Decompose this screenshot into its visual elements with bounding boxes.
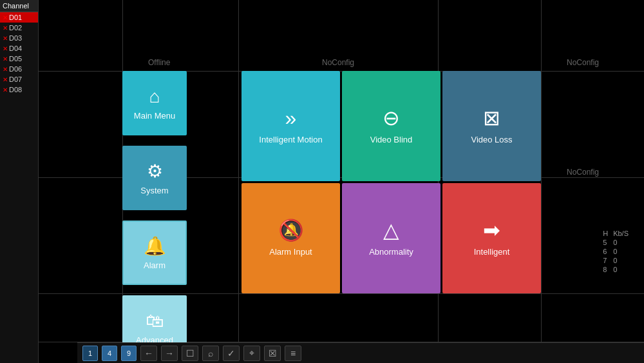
channel-list: ✕D01✕D02✕D03✕D04✕D05✕D06✕D07✕D08 — [0, 12, 38, 95]
bell-down-icon: 🔕 — [278, 220, 304, 240]
stats-ch6: 6 — [600, 247, 611, 256]
left-panel: ⌂ Main Menu ⚙ System 🔔 Alarm 🛍 Advanced — [122, 71, 225, 360]
channel-item-d01[interactable]: ✕D01 — [0, 12, 38, 23]
home-icon: ⌂ — [149, 86, 160, 107]
intelligent-tile[interactable]: ➡ Intelligent — [442, 183, 541, 293]
channel-item-d02[interactable]: ✕D02 — [0, 23, 38, 33]
main-menu-tile[interactable]: ⌂ Main Menu — [122, 71, 187, 135]
stats-ch8: 8 — [600, 265, 611, 274]
noconfig-label-1: NoConfig — [322, 58, 354, 67]
gear-icon: ⚙ — [147, 161, 163, 182]
taskbar-btn-9[interactable]: 9 — [121, 346, 137, 361]
abnormality-tile[interactable]: △ Abnormality — [342, 183, 440, 293]
channel-item-d03[interactable]: ✕D03 — [0, 33, 38, 43]
video-blind-tile[interactable]: ⊖ Video Blind — [342, 71, 440, 181]
sidebar-header: Channel — [0, 0, 38, 12]
channel-item-d07[interactable]: ✕D07 — [0, 74, 38, 84]
minus-circle-icon: ⊖ — [383, 108, 400, 128]
grid-line-v2 — [238, 0, 239, 363]
bag-icon: 🛍 — [146, 310, 164, 331]
video-loss-tile[interactable]: ⊠ Video Loss — [442, 71, 541, 181]
noconfig-label-3: NoConfig — [567, 168, 599, 177]
channel-item-d08[interactable]: ✕D08 — [0, 84, 38, 95]
stats-val6: 0 — [611, 247, 631, 256]
taskbar-zoom-btn[interactable]: ⌕ — [202, 346, 219, 361]
stats-header-kbs: Kb/S — [611, 229, 631, 238]
system-tile[interactable]: ⚙ System — [122, 146, 187, 210]
stats-ch5: 5 — [600, 238, 611, 247]
taskbar-grid-btn[interactable]: ☒ — [264, 346, 281, 361]
stats-header-h: H — [600, 229, 611, 238]
taskbar: 1 4 9 ← → ☐ ⌕ ✓ ⌖ ☒ ≡ — [77, 342, 644, 363]
stats-val7: 0 — [611, 256, 631, 265]
channel-item-d06[interactable]: ✕D06 — [0, 64, 38, 74]
stats-val5: 0 — [611, 238, 631, 247]
stats-ch7: 7 — [600, 256, 611, 265]
taskbar-fullscreen-btn[interactable]: ☐ — [182, 346, 198, 361]
alarm-input-tile[interactable]: 🔕 Alarm Input — [242, 183, 340, 293]
alarm-tile[interactable]: 🔔 Alarm — [122, 221, 187, 285]
stats-val8: 0 — [611, 265, 631, 274]
main-area: Offline NoConfig NoConfig No NoConfig ⌂ … — [39, 0, 644, 363]
channel-item-d05[interactable]: ✕D05 — [0, 54, 38, 64]
center-grid: » Intelligent Motion ⊖ Video Blind ⊠ Vid… — [242, 71, 541, 293]
stats-panel: H Kb/S 5 0 6 0 7 0 8 0 — [600, 229, 631, 274]
fast-forward-icon: » — [285, 108, 297, 128]
noconfig-label-2: NoConfig — [567, 58, 599, 67]
arrow-right-box-icon: ➡ — [483, 220, 500, 240]
taskbar-monitor-btn[interactable]: ✓ — [223, 346, 240, 361]
taskbar-btn-4[interactable]: 4 — [102, 346, 117, 361]
bell-icon: 🔔 — [144, 235, 166, 257]
channel-item-d04[interactable]: ✕D04 — [0, 43, 38, 54]
intelligent-motion-tile[interactable]: » Intelligent Motion — [242, 71, 340, 181]
taskbar-back-btn[interactable]: ← — [140, 346, 157, 361]
taskbar-network-btn[interactable]: ⌖ — [243, 346, 260, 361]
grid-line-v4 — [541, 0, 542, 363]
taskbar-btn-1[interactable]: 1 — [82, 346, 98, 361]
slash-box-icon: ⊠ — [483, 108, 500, 128]
warning-icon: △ — [383, 220, 399, 240]
taskbar-forward-btn[interactable]: → — [161, 346, 178, 361]
sidebar: Channel ✕D01✕D02✕D03✕D04✕D05✕D06✕D07✕D08 — [0, 0, 39, 363]
taskbar-menu-btn[interactable]: ≡ — [285, 346, 301, 361]
offline-label: Offline — [148, 58, 170, 67]
